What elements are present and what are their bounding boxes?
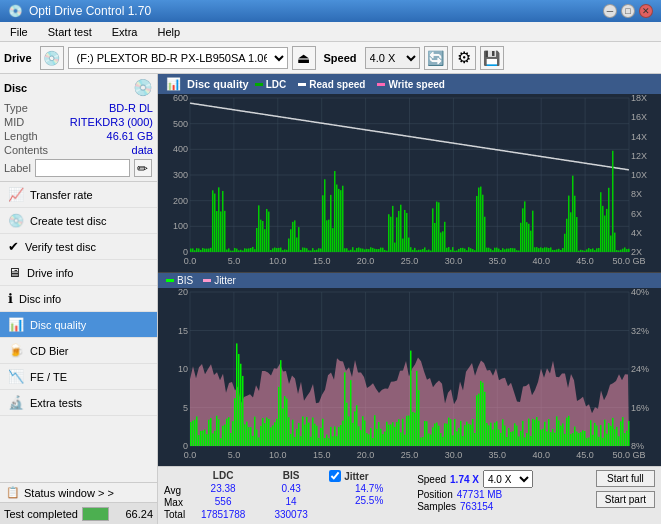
start-full-button[interactable]: Start full xyxy=(596,470,655,487)
disc-contents-label: Contents xyxy=(4,144,48,156)
drive-select[interactable]: (F:) PLEXTOR BD-R PX-LB950SA 1.06 xyxy=(68,47,288,69)
disc-length-row: Length 46.61 GB xyxy=(4,129,153,143)
stats-position-value: 47731 MB xyxy=(457,489,503,500)
disc-quality-icon: 📊 xyxy=(8,317,24,332)
sidebar-item-disc-quality[interactable]: 📊 Disc quality xyxy=(0,312,157,338)
stats-total-label: Total xyxy=(164,509,185,520)
stats-speed-value: 1.74 X xyxy=(450,474,479,485)
content-area: 📊 Disc quality LDC Read speed Write spee… xyxy=(158,74,661,524)
create-test-disc-icon: 💿 xyxy=(8,213,24,228)
sidebar-item-fe-te[interactable]: 📉 FE / TE xyxy=(0,364,157,390)
legend-bis-label: BIS xyxy=(177,275,193,286)
sidebar-item-drive-info[interactable]: 🖥 Drive info xyxy=(0,260,157,286)
menu-start-test[interactable]: Start test xyxy=(42,24,98,40)
drive-label: Drive xyxy=(4,52,32,64)
start-part-button[interactable]: Start part xyxy=(596,491,655,508)
sidebar-item-create-test-disc[interactable]: 💿 Create test disc xyxy=(0,208,157,234)
nav-items: 📈 Transfer rate 💿 Create test disc ✔ Ver… xyxy=(0,182,157,482)
drive-icon-btn[interactable]: 💿 xyxy=(40,46,64,70)
stats-speed-col: Speed 1.74 X 4.0 X Position 47731 MB Sam… xyxy=(417,470,533,512)
verify-test-disc-icon: ✔ xyxy=(8,239,19,254)
cd-bier-icon: 🍺 xyxy=(8,343,24,358)
stats-avg-label: Avg xyxy=(164,485,185,496)
disc-mid-row: MID RITEKDR3 (000) xyxy=(4,115,153,129)
disc-length-value: 46.61 GB xyxy=(107,130,153,142)
close-button[interactable]: ✕ xyxy=(639,4,653,18)
position-row: Position 47731 MB xyxy=(417,489,533,500)
menu-file[interactable]: File xyxy=(4,24,34,40)
sidebar-item-disc-info[interactable]: ℹ Disc info xyxy=(0,286,157,312)
stats-samples-label: Samples xyxy=(417,501,456,512)
disc-label-edit-button[interactable]: ✏ xyxy=(134,159,152,177)
disc-type-value: BD-R DL xyxy=(109,102,153,114)
settings-button[interactable]: ⚙ xyxy=(452,46,476,70)
main-layout: Disc 💿 Type BD-R DL MID RITEKDR3 (000) L… xyxy=(0,74,661,524)
toolbar: Drive 💿 (F:) PLEXTOR BD-R PX-LB950SA 1.0… xyxy=(0,42,661,74)
stats-bis-max: 14 xyxy=(261,496,321,507)
samples-row: Samples 763154 xyxy=(417,501,533,512)
minimize-button[interactable]: ─ xyxy=(603,4,617,18)
top-chart-canvas xyxy=(158,94,661,272)
menu-help[interactable]: Help xyxy=(151,24,186,40)
sidebar-item-transfer-rate-label: Transfer rate xyxy=(30,189,93,201)
disc-mid-label: MID xyxy=(4,116,24,128)
legend-write-speed: Write speed xyxy=(377,79,445,90)
chart-bottom-legend: BIS Jitter xyxy=(158,273,661,288)
title-bar: 💿 Opti Drive Control 1.70 ─ □ ✕ xyxy=(0,0,661,22)
sidebar-item-verify-test-disc[interactable]: ✔ Verify test disc xyxy=(0,234,157,260)
legend-ldc-label: LDC xyxy=(266,79,287,90)
menu-extra[interactable]: Extra xyxy=(106,24,144,40)
sidebar-item-disc-quality-label: Disc quality xyxy=(30,319,86,331)
legend-bis: BIS xyxy=(166,275,193,286)
disc-mid-value: RITEKDR3 (000) xyxy=(70,116,153,128)
jitter-header-row: Jitter xyxy=(329,470,409,482)
title-bar-left: 💿 Opti Drive Control 1.70 xyxy=(8,4,151,18)
stats-bar: Avg Max Total LDC 23.38 556 17851788 BIS… xyxy=(158,466,661,524)
disc-header: Disc 💿 xyxy=(4,78,153,97)
sidebar-item-cd-bier[interactable]: 🍺 CD Bier xyxy=(0,338,157,364)
extra-tests-icon: 🔬 xyxy=(8,395,24,410)
chart-header-icon: 📊 xyxy=(166,77,181,91)
chart-legend: LDC Read speed Write speed xyxy=(255,79,445,90)
speed-select[interactable]: 4.0 X xyxy=(365,47,420,69)
stats-jitter-header: Jitter xyxy=(344,471,368,482)
sidebar-item-transfer-rate[interactable]: 📈 Transfer rate xyxy=(0,182,157,208)
stats-position-label: Position xyxy=(417,489,453,500)
maximize-button[interactable]: □ xyxy=(621,4,635,18)
disc-type-row: Type BD-R DL xyxy=(4,101,153,115)
legend-ldc-dot xyxy=(255,83,263,86)
stats-ldc-avg: 23.38 xyxy=(193,483,253,494)
disc-label-input[interactable] xyxy=(35,159,130,177)
status-window-button[interactable]: 📋 Status window > > xyxy=(0,482,157,502)
title-bar-buttons: ─ □ ✕ xyxy=(603,4,653,18)
charts-container: BIS Jitter xyxy=(158,94,661,466)
sidebar-item-fe-te-label: FE / TE xyxy=(30,371,67,383)
refresh-button[interactable]: 🔄 xyxy=(424,46,448,70)
disc-length-label: Length xyxy=(4,130,38,142)
legend-jitter-dot xyxy=(203,279,211,282)
fe-te-icon: 📉 xyxy=(8,369,24,384)
stats-speed-select[interactable]: 4.0 X xyxy=(483,470,533,488)
progress-bar-container xyxy=(82,507,109,521)
legend-ldc: LDC xyxy=(255,79,287,90)
legend-bis-dot xyxy=(166,279,174,282)
chart-bottom xyxy=(158,288,661,466)
legend-write-speed-dot xyxy=(377,83,385,86)
eject-button[interactable]: ⏏ xyxy=(292,46,316,70)
chart-header: 📊 Disc quality LDC Read speed Write spee… xyxy=(158,74,661,94)
stats-bis-total: 330073 xyxy=(261,509,321,520)
legend-jitter-label: Jitter xyxy=(214,275,236,286)
stats-bis-col: BIS 0.43 14 330073 xyxy=(261,470,321,520)
sidebar-item-extra-tests[interactable]: 🔬 Extra tests xyxy=(0,390,157,416)
stats-bis-avg: 0.43 xyxy=(261,483,321,494)
stats-speed-label: Speed xyxy=(417,474,446,485)
status-window-label: Status window > > xyxy=(24,487,114,499)
legend-read-speed-dot xyxy=(298,83,306,86)
disc-contents-row: Contents data xyxy=(4,143,153,157)
save-button[interactable]: 💾 xyxy=(480,46,504,70)
disc-contents-value: data xyxy=(132,144,153,156)
stats-ldc-header: LDC xyxy=(193,470,253,481)
disc-info-panel: Disc 💿 Type BD-R DL MID RITEKDR3 (000) L… xyxy=(0,74,157,182)
jitter-checkbox[interactable] xyxy=(329,470,341,482)
speed-label: Speed xyxy=(324,52,357,64)
